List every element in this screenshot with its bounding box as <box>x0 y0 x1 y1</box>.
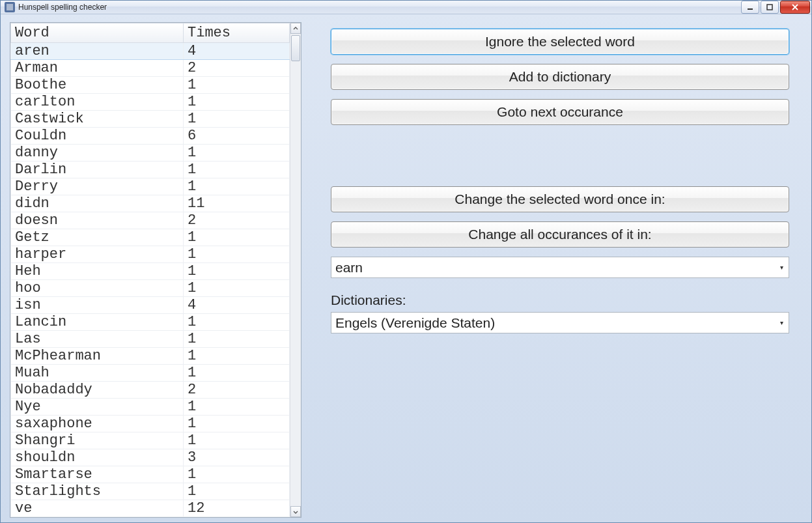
cell-times: 1 <box>184 246 290 263</box>
table-row[interactable]: Smartarse1 <box>11 466 290 483</box>
cell-word: harper <box>11 246 184 263</box>
table-row[interactable]: Arman2 <box>11 60 290 77</box>
table-row[interactable]: Starlights1 <box>11 483 290 500</box>
cell-times: 2 <box>184 212 290 229</box>
cell-times: 1 <box>184 399 290 416</box>
cell-word: shouldn <box>11 449 184 466</box>
table-row[interactable]: Heh1 <box>11 263 290 280</box>
vertical-scrollbar[interactable] <box>290 23 301 517</box>
cell-word: aren <box>11 43 184 60</box>
cell-word: saxaphone <box>11 416 184 432</box>
cell-word: Las <box>11 331 184 348</box>
table-row[interactable]: hoo1 <box>11 280 290 297</box>
cell-times: 1 <box>184 314 290 331</box>
scroll-track[interactable] <box>290 34 301 506</box>
table-row[interactable]: doesn2 <box>11 212 290 229</box>
word-table[interactable]: Word Times aren4Arman2Boothe1carlton1Cas… <box>10 23 290 517</box>
cell-word: Lancin <box>11 314 184 331</box>
cell-times: 1 <box>184 432 290 449</box>
change-all-button[interactable]: Change all occurances of it in: <box>331 221 789 247</box>
cell-word: Starlights <box>11 483 184 500</box>
window-title: Hunspell spelling checker <box>18 3 107 12</box>
add-dictionary-button[interactable]: Add to dictionary <box>331 64 789 90</box>
cell-word: Getz <box>11 229 184 246</box>
cell-word: doesn <box>11 212 184 229</box>
suggestion-combo[interactable]: earn ▾ <box>331 257 789 278</box>
scroll-down-button[interactable] <box>290 506 301 517</box>
table-row[interactable]: Darlin1 <box>11 162 290 178</box>
client-area: Word Times aren4Arman2Boothe1carlton1Cas… <box>1 14 811 523</box>
table-row[interactable]: Nye1 <box>11 399 290 416</box>
cell-times: 1 <box>184 94 290 111</box>
cell-word: McPhearman <box>11 348 184 365</box>
app-icon <box>5 2 15 12</box>
table-row[interactable]: isn4 <box>11 297 290 314</box>
titlebar[interactable]: Hunspell spelling checker <box>1 1 811 14</box>
table-row[interactable]: danny1 <box>11 145 290 162</box>
cell-times: 3 <box>184 449 290 466</box>
table-row[interactable]: Couldn6 <box>11 128 290 145</box>
table-row[interactable]: Boothe1 <box>11 77 290 94</box>
cell-times: 4 <box>184 297 290 314</box>
app-window: Hunspell spelling checker Word Times <box>0 0 812 523</box>
suggestion-value: earn <box>335 260 363 276</box>
cell-times: 1 <box>184 483 290 500</box>
dropdown-arrow-icon: ▾ <box>777 319 786 326</box>
goto-next-button[interactable]: Goto next occurance <box>331 99 789 125</box>
word-list-panel: Word Times aren4Arman2Boothe1carlton1Cas… <box>10 22 301 518</box>
cell-word: carlton <box>11 94 184 111</box>
table-row[interactable]: didn11 <box>11 195 290 212</box>
scroll-thumb[interactable] <box>291 35 300 61</box>
minimize-icon <box>747 4 753 10</box>
cell-times: 1 <box>184 416 290 432</box>
close-button[interactable] <box>780 1 810 14</box>
cell-times: 2 <box>184 60 290 77</box>
cell-word: Muah <box>11 365 184 382</box>
table-row[interactable]: carlton1 <box>11 94 290 111</box>
svg-rect-1 <box>767 5 772 10</box>
table-row[interactable]: Muah1 <box>11 365 290 382</box>
cell-word: Nobadaddy <box>11 382 184 399</box>
cell-word: Darlin <box>11 162 184 178</box>
dictionaries-label: Dictionaries: <box>331 292 789 308</box>
cell-word: hoo <box>11 280 184 297</box>
cell-times: 12 <box>184 500 290 517</box>
cell-word: Castwick <box>11 111 184 128</box>
cell-times: 1 <box>184 263 290 280</box>
table-row[interactable]: shouldn3 <box>11 449 290 466</box>
cell-times: 1 <box>184 145 290 162</box>
cell-word: Boothe <box>11 77 184 94</box>
dictionaries-value: Engels (Verenigde Staten) <box>335 315 495 331</box>
maximize-icon <box>766 4 773 10</box>
cell-times: 2 <box>184 382 290 399</box>
change-once-button[interactable]: Change the selected word once in: <box>331 186 789 212</box>
table-row[interactable]: McPhearman1 <box>11 348 290 365</box>
table-row[interactable]: ve12 <box>11 500 290 517</box>
cell-word: isn <box>11 297 184 314</box>
table-row[interactable]: harper1 <box>11 246 290 263</box>
cell-word: Arman <box>11 60 184 77</box>
cell-word: Smartarse <box>11 466 184 483</box>
ignore-button[interactable]: Ignore the selected word <box>331 29 789 55</box>
cell-times: 1 <box>184 162 290 178</box>
cell-times: 1 <box>184 466 290 483</box>
scroll-up-button[interactable] <box>290 23 301 34</box>
table-row[interactable]: Lancin1 <box>11 314 290 331</box>
table-row[interactable]: Derry1 <box>11 178 290 195</box>
chevron-down-icon <box>293 509 298 515</box>
minimize-button[interactable] <box>741 1 759 14</box>
cell-word: Derry <box>11 178 184 195</box>
cell-word: danny <box>11 145 184 162</box>
dictionaries-combo[interactable]: Engels (Verenigde Staten) ▾ <box>331 312 789 333</box>
cell-word: Nye <box>11 399 184 416</box>
column-header-word[interactable]: Word <box>11 23 184 43</box>
table-row[interactable]: Castwick1 <box>11 111 290 128</box>
column-header-times[interactable]: Times <box>184 23 290 43</box>
table-row[interactable]: Nobadaddy2 <box>11 382 290 399</box>
table-row[interactable]: aren4 <box>11 43 290 60</box>
table-row[interactable]: saxaphone1 <box>11 416 290 432</box>
maximize-button[interactable] <box>761 1 779 14</box>
table-row[interactable]: Shangri1 <box>11 432 290 449</box>
table-row[interactable]: Las1 <box>11 331 290 348</box>
table-row[interactable]: Getz1 <box>11 229 290 246</box>
